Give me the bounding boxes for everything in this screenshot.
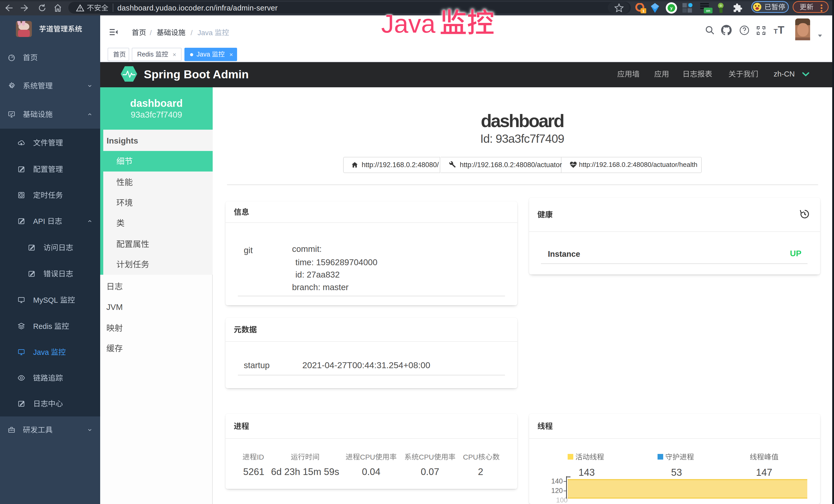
svg-text:1: 1	[642, 9, 644, 13]
svg-text:y: y	[670, 6, 673, 10]
svg-text:on: on	[706, 9, 710, 13]
